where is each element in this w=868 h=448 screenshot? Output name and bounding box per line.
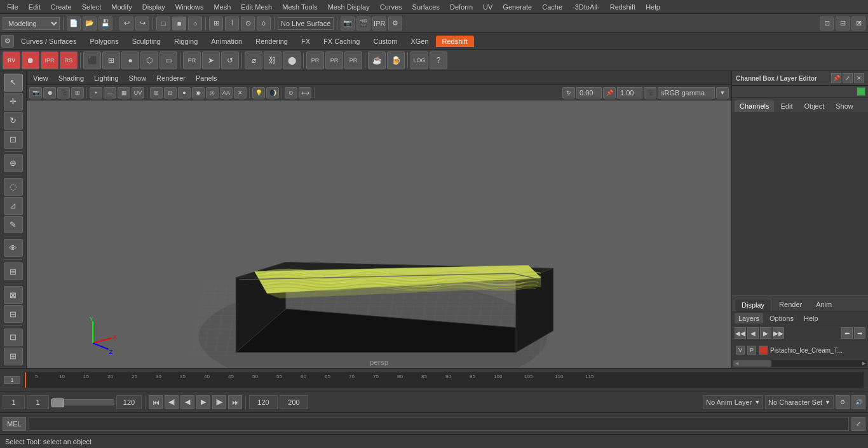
vp-res-btn[interactable]: ⊞ (71, 87, 84, 98)
universal-tool-btn[interactable]: ⊕ (4, 154, 23, 172)
menu-deform[interactable]: Deform (445, 2, 477, 12)
anim-sound-btn[interactable]: 🔊 (851, 395, 865, 409)
anim-max-field[interactable]: 200 (280, 395, 308, 409)
anim-step-back-btn[interactable]: ◀| (165, 395, 179, 409)
tab-curves-surfaces[interactable]: Curves / Surfaces (15, 36, 83, 47)
shelf-cup[interactable]: ☕ (368, 51, 386, 69)
select-tool-btn[interactable]: ↖ (4, 74, 23, 92)
vp-menu-view[interactable]: View (29, 73, 52, 83)
menu-curves[interactable]: Curves (376, 2, 407, 12)
menu-mesh-display[interactable]: Mesh Display (323, 2, 374, 12)
vp-cam3-btn[interactable]: 🎥 (644, 87, 656, 98)
no-live-surface[interactable]: No Live Surface (278, 17, 334, 30)
vp-face-btn[interactable]: ▦ (118, 87, 130, 98)
layer-visibility[interactable]: V (736, 346, 745, 355)
shelf-ball[interactable]: ⬤ (283, 51, 301, 69)
shelf-plane[interactable]: ▭ (159, 51, 177, 69)
save-btn[interactable]: 💾 (98, 17, 112, 31)
ipr-btn[interactable]: IPR (372, 17, 386, 31)
anim-frame-start[interactable]: 1 (3, 395, 25, 409)
vp-shade3-btn[interactable]: ◎ (206, 87, 219, 98)
shelf-help[interactable]: ? (430, 51, 447, 69)
layer-tab-render[interactable]: Render (773, 299, 808, 311)
menu-redshift[interactable]: Redshift (606, 2, 640, 12)
lasso-btn[interactable]: ■ (172, 17, 186, 31)
layout-btn1[interactable]: ⊡ (820, 17, 834, 31)
shelf-arrow[interactable]: ➤ (202, 51, 220, 69)
vp-cam-btn[interactable]: 📷 (29, 87, 42, 98)
menu-3dtoall[interactable]: -3DtoAll- (568, 2, 604, 12)
vp-menu-show[interactable]: Show (125, 73, 151, 83)
layer-btn5[interactable]: ⬅ (841, 327, 853, 339)
menu-edit[interactable]: Edit (24, 2, 45, 12)
anim-end-field[interactable]: 120 (249, 395, 278, 409)
shelf-rec[interactable]: ⏺ (22, 51, 39, 69)
snap-grid-btn[interactable]: ⊞ (209, 17, 223, 31)
shelf-ipr[interactable]: IPR (41, 51, 58, 69)
ch-tab-show[interactable]: Show (831, 100, 858, 112)
layer-scrollbar[interactable]: ◀ ▶ (733, 360, 867, 367)
shelf-pr2[interactable]: PR (306, 51, 324, 69)
show-hide-btn[interactable]: 👁 (4, 239, 23, 257)
tab-polygons[interactable]: Polygons (83, 36, 125, 47)
rp-expand-btn[interactable]: ⤢ (843, 73, 853, 83)
layer-sub-help[interactable]: Help (800, 313, 822, 323)
snap-curve-btn[interactable]: ⌇ (225, 17, 239, 31)
vp-cam2-btn[interactable]: 🎥 (57, 87, 70, 98)
mel-python-selector[interactable]: MEL (3, 417, 26, 431)
shelf-loop[interactable]: ↺ (221, 51, 239, 69)
mel-expand-btn[interactable]: ⤢ (851, 417, 865, 431)
menu-modify[interactable]: Modify (107, 2, 136, 12)
menu-create[interactable]: Create (46, 2, 76, 12)
shelf-tube[interactable]: ⌀ (245, 51, 262, 69)
menu-display[interactable]: Display (138, 2, 170, 12)
menu-mesh[interactable]: Mesh (209, 2, 235, 12)
anim-slider-thumb[interactable] (51, 398, 64, 407)
shelf-glass[interactable]: 🍺 (387, 51, 405, 69)
rotate-tool-btn[interactable]: ↻ (4, 112, 23, 130)
layer-color-swatch[interactable] (759, 346, 768, 355)
shelf-log[interactable]: LOG (410, 51, 428, 69)
scroll-arrow-right[interactable]: ▶ (860, 360, 867, 367)
vp-aa-btn[interactable]: AA (220, 87, 233, 98)
layer-btn6[interactable]: ➡ (854, 327, 865, 339)
anim-play-fwd-btn[interactable]: ▶ (196, 395, 210, 409)
layer-btn2[interactable]: ◀ (747, 327, 759, 339)
vp-vertex-btn[interactable]: • (90, 87, 102, 98)
scroll-arrow-left[interactable]: ◀ (733, 360, 740, 367)
scale-tool-btn[interactable]: ⊡ (4, 131, 23, 149)
vp-shadow-btn[interactable]: 🌒 (266, 87, 279, 98)
timeline-track[interactable]: 5 10 15 20 25 30 35 40 45 50 55 60 65 70… (23, 372, 864, 388)
anim-no-anim-layer-dropdown[interactable]: No Anim Layer ▼ (703, 395, 763, 409)
vp-menu-panels[interactable]: Panels (192, 73, 221, 83)
shelf-grid[interactable]: ⊞ (102, 51, 120, 69)
lasso-tool-btn[interactable]: ⊿ (4, 197, 23, 215)
vp-pin-btn[interactable]: 📌 (603, 87, 616, 98)
timeline[interactable]: 1 5 10 15 20 25 30 35 40 45 50 55 60 65 … (0, 368, 868, 391)
redo-btn[interactable]: ↪ (135, 17, 149, 31)
shelf-pr4[interactable]: PR (344, 51, 362, 69)
layer-tab-display[interactable]: Display (735, 299, 771, 311)
group-btn[interactable]: ⊟ (4, 305, 23, 323)
render-btn[interactable]: 🎬 (356, 17, 370, 31)
tab-rigging[interactable]: Rigging (168, 36, 204, 47)
mel-input[interactable] (29, 417, 849, 431)
vp-shade1-btn[interactable]: ● (178, 87, 191, 98)
snap-point-btn[interactable]: ⊙ (241, 17, 255, 31)
layout-btn2[interactable]: ⊟ (836, 17, 850, 31)
tab-custom[interactable]: Custom (367, 36, 404, 47)
shelf-pr1[interactable]: PR (183, 51, 201, 69)
tab-rendering[interactable]: Rendering (249, 36, 294, 47)
shelf-poly[interactable]: ⬡ (140, 51, 158, 69)
vp-color-btn[interactable]: ▼ (716, 87, 729, 98)
shelf-sphere[interactable]: ● (121, 51, 139, 69)
ch-tab-object[interactable]: Object (799, 100, 829, 112)
layer-playback[interactable]: P (747, 346, 756, 355)
layer-tab-anim[interactable]: Anim (810, 299, 838, 311)
shelf-rs[interactable]: RS (60, 51, 78, 69)
render-settings-btn[interactable]: ⚙ (388, 17, 402, 31)
move-tool-btn[interactable]: ✛ (4, 93, 23, 111)
anim-no-char-set-dropdown[interactable]: No Character Set ▼ (765, 395, 834, 409)
vp-rec-btn[interactable]: ⏺ (43, 87, 56, 98)
tab-animation[interactable]: Animation (205, 36, 248, 47)
